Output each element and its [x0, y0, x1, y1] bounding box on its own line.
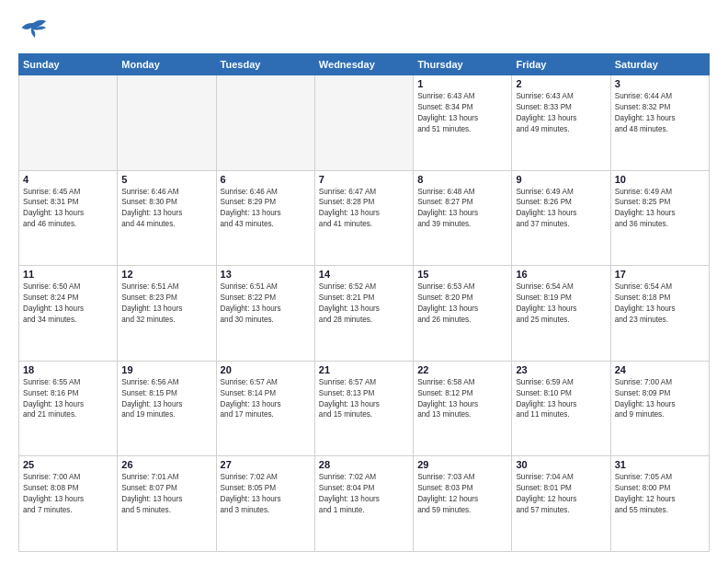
day-info: Sunrise: 6:50 AM Sunset: 8:24 PM Dayligh… [23, 282, 113, 326]
day-number: 28 [319, 459, 409, 470]
day-info: Sunrise: 6:56 AM Sunset: 8:15 PM Dayligh… [121, 377, 211, 421]
day-number: 18 [23, 364, 113, 375]
day-number: 22 [417, 364, 507, 375]
calendar-cell: 7Sunrise: 6:47 AM Sunset: 8:28 PM Daylig… [314, 170, 413, 266]
day-info: Sunrise: 6:47 AM Sunset: 8:28 PM Dayligh… [319, 187, 409, 231]
weekday-header-saturday: Saturday [610, 54, 709, 75]
day-number: 31 [615, 459, 705, 470]
day-number: 29 [417, 459, 507, 470]
calendar-week-4: 18Sunrise: 6:55 AM Sunset: 8:16 PM Dayli… [19, 361, 710, 456]
calendar-week-5: 25Sunrise: 7:00 AM Sunset: 8:08 PM Dayli… [19, 456, 710, 552]
calendar-cell: 24Sunrise: 7:00 AM Sunset: 8:09 PM Dayli… [610, 361, 709, 456]
day-info: Sunrise: 7:04 AM Sunset: 8:01 PM Dayligh… [516, 472, 606, 516]
day-number: 13 [221, 269, 311, 280]
calendar-cell: 10Sunrise: 6:49 AM Sunset: 8:25 PM Dayli… [610, 170, 709, 266]
day-info: Sunrise: 6:49 AM Sunset: 8:26 PM Dayligh… [516, 187, 606, 231]
calendar-cell: 29Sunrise: 7:03 AM Sunset: 8:03 PM Dayli… [414, 456, 512, 552]
weekday-header-friday: Friday [512, 54, 610, 75]
day-number: 19 [121, 364, 211, 375]
weekday-header-monday: Monday [118, 54, 216, 75]
calendar-cell: 23Sunrise: 6:59 AM Sunset: 8:10 PM Dayli… [512, 361, 610, 456]
calendar-cell: 13Sunrise: 6:51 AM Sunset: 8:22 PM Dayli… [216, 266, 314, 362]
day-info: Sunrise: 7:00 AM Sunset: 8:09 PM Dayligh… [615, 377, 705, 421]
header [18, 15, 710, 44]
calendar-cell: 9Sunrise: 6:49 AM Sunset: 8:26 PM Daylig… [512, 170, 610, 266]
calendar-cell [118, 75, 216, 171]
calendar-cell [216, 75, 314, 171]
calendar-cell: 18Sunrise: 6:55 AM Sunset: 8:16 PM Dayli… [19, 361, 118, 456]
calendar-week-1: 1Sunrise: 6:43 AM Sunset: 8:34 PM Daylig… [19, 75, 710, 171]
day-number: 14 [319, 269, 409, 280]
logo-icon [18, 15, 48, 44]
day-info: Sunrise: 7:02 AM Sunset: 8:04 PM Dayligh… [319, 472, 409, 516]
day-info: Sunrise: 6:49 AM Sunset: 8:25 PM Dayligh… [615, 187, 705, 231]
calendar-cell: 31Sunrise: 7:05 AM Sunset: 8:00 PM Dayli… [610, 456, 709, 552]
page: SundayMondayTuesdayWednesdayThursdayFrid… [0, 0, 728, 563]
calendar-cell: 1Sunrise: 6:43 AM Sunset: 8:34 PM Daylig… [414, 75, 512, 171]
calendar-cell: 6Sunrise: 6:46 AM Sunset: 8:29 PM Daylig… [216, 170, 314, 266]
day-info: Sunrise: 6:43 AM Sunset: 8:34 PM Dayligh… [417, 91, 507, 135]
calendar-cell: 5Sunrise: 6:46 AM Sunset: 8:30 PM Daylig… [118, 170, 216, 266]
calendar-table: SundayMondayTuesdayWednesdayThursdayFrid… [18, 53, 710, 552]
day-number: 6 [221, 174, 311, 185]
day-number: 20 [221, 364, 311, 375]
calendar-cell: 20Sunrise: 6:57 AM Sunset: 8:14 PM Dayli… [216, 361, 314, 456]
day-number: 8 [417, 174, 507, 185]
calendar-cell: 30Sunrise: 7:04 AM Sunset: 8:01 PM Dayli… [512, 456, 610, 552]
calendar-cell: 26Sunrise: 7:01 AM Sunset: 8:07 PM Dayli… [118, 456, 216, 552]
day-number: 10 [615, 174, 705, 185]
calendar-week-3: 11Sunrise: 6:50 AM Sunset: 8:24 PM Dayli… [19, 266, 710, 362]
calendar-cell: 16Sunrise: 6:54 AM Sunset: 8:19 PM Dayli… [512, 266, 610, 362]
day-number: 26 [121, 459, 211, 470]
day-number: 11 [23, 269, 113, 280]
calendar-cell [314, 75, 413, 171]
calendar-header: SundayMondayTuesdayWednesdayThursdayFrid… [19, 54, 710, 75]
day-info: Sunrise: 6:54 AM Sunset: 8:19 PM Dayligh… [516, 282, 606, 326]
calendar-cell: 12Sunrise: 6:51 AM Sunset: 8:23 PM Dayli… [118, 266, 216, 362]
day-info: Sunrise: 6:52 AM Sunset: 8:21 PM Dayligh… [319, 282, 409, 326]
calendar-body: 1Sunrise: 6:43 AM Sunset: 8:34 PM Daylig… [19, 75, 710, 552]
day-info: Sunrise: 6:58 AM Sunset: 8:12 PM Dayligh… [417, 377, 507, 421]
day-number: 27 [221, 459, 311, 470]
calendar-cell: 3Sunrise: 6:44 AM Sunset: 8:32 PM Daylig… [610, 75, 709, 171]
day-number: 17 [615, 269, 705, 280]
day-number: 7 [319, 174, 409, 185]
calendar-cell: 28Sunrise: 7:02 AM Sunset: 8:04 PM Dayli… [314, 456, 413, 552]
weekday-header-sunday: Sunday [19, 54, 118, 75]
day-number: 21 [319, 364, 409, 375]
day-number: 1 [417, 78, 507, 89]
day-info: Sunrise: 6:54 AM Sunset: 8:18 PM Dayligh… [615, 282, 705, 326]
calendar-cell: 25Sunrise: 7:00 AM Sunset: 8:08 PM Dayli… [19, 456, 118, 552]
day-info: Sunrise: 7:01 AM Sunset: 8:07 PM Dayligh… [121, 472, 211, 516]
day-info: Sunrise: 6:48 AM Sunset: 8:27 PM Dayligh… [417, 187, 507, 231]
calendar-cell: 2Sunrise: 6:43 AM Sunset: 8:33 PM Daylig… [512, 75, 610, 171]
day-info: Sunrise: 7:02 AM Sunset: 8:05 PM Dayligh… [221, 472, 311, 516]
day-info: Sunrise: 7:03 AM Sunset: 8:03 PM Dayligh… [417, 472, 507, 516]
weekday-header-tuesday: Tuesday [216, 54, 314, 75]
day-number: 16 [516, 269, 606, 280]
calendar-cell: 11Sunrise: 6:50 AM Sunset: 8:24 PM Dayli… [19, 266, 118, 362]
day-number: 2 [516, 78, 606, 89]
calendar-cell [19, 75, 118, 171]
weekday-header-wednesday: Wednesday [314, 54, 413, 75]
day-info: Sunrise: 7:05 AM Sunset: 8:00 PM Dayligh… [615, 472, 705, 516]
day-info: Sunrise: 6:43 AM Sunset: 8:33 PM Dayligh… [516, 91, 606, 135]
day-number: 15 [417, 269, 507, 280]
logo [18, 15, 51, 44]
calendar-cell: 21Sunrise: 6:57 AM Sunset: 8:13 PM Dayli… [314, 361, 413, 456]
day-number: 3 [615, 78, 705, 89]
day-number: 23 [516, 364, 606, 375]
day-number: 5 [121, 174, 211, 185]
day-info: Sunrise: 6:57 AM Sunset: 8:14 PM Dayligh… [221, 377, 311, 421]
calendar-cell: 15Sunrise: 6:53 AM Sunset: 8:20 PM Dayli… [414, 266, 512, 362]
weekday-row: SundayMondayTuesdayWednesdayThursdayFrid… [19, 54, 710, 75]
day-info: Sunrise: 6:45 AM Sunset: 8:31 PM Dayligh… [23, 187, 113, 231]
day-number: 25 [23, 459, 113, 470]
day-info: Sunrise: 6:46 AM Sunset: 8:30 PM Dayligh… [121, 187, 211, 231]
day-number: 30 [516, 459, 606, 470]
day-info: Sunrise: 6:55 AM Sunset: 8:16 PM Dayligh… [23, 377, 113, 421]
calendar-cell: 19Sunrise: 6:56 AM Sunset: 8:15 PM Dayli… [118, 361, 216, 456]
day-info: Sunrise: 6:53 AM Sunset: 8:20 PM Dayligh… [417, 282, 507, 326]
day-number: 9 [516, 174, 606, 185]
day-info: Sunrise: 6:57 AM Sunset: 8:13 PM Dayligh… [319, 377, 409, 421]
